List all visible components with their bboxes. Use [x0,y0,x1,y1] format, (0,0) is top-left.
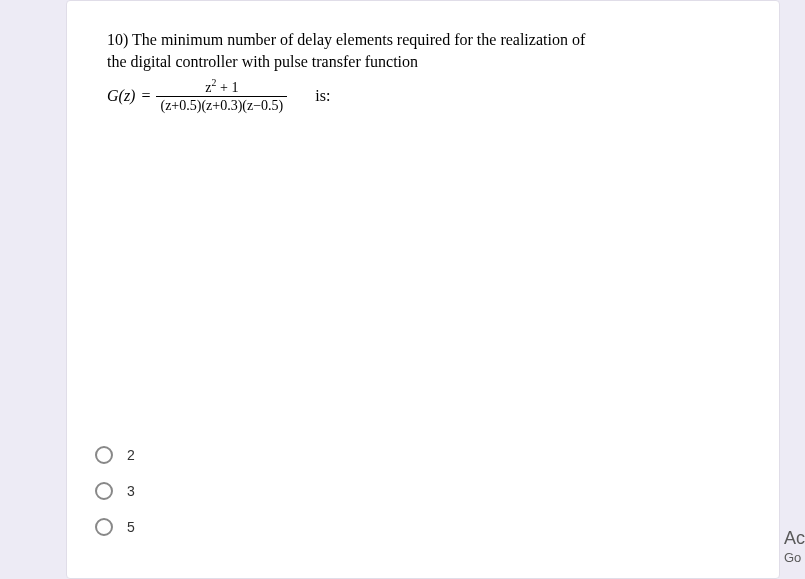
option-label-1: 2 [127,447,135,463]
gz-symbol: G(z) [107,87,135,105]
side-go: Go [784,550,805,567]
question-line2: the digital controller with pulse transf… [107,53,418,70]
is-text: is: [315,87,330,105]
question-number: 10) [107,31,128,48]
denominator: (z+0.5)(z+0.3)(z−0.5) [156,96,287,113]
options-area: 2 3 5 [95,428,135,554]
option-1[interactable]: 2 [95,446,135,464]
numerator: z2 + 1 [201,78,242,96]
option-3[interactable]: 5 [95,518,135,536]
radio-option-2[interactable] [95,482,113,500]
option-2[interactable]: 3 [95,482,135,500]
question-text: 10) The minimum number of delay elements… [107,29,739,74]
radio-option-1[interactable] [95,446,113,464]
formula-row: G(z) = z2 + 1 (z+0.5)(z+0.3)(z−0.5) is: [107,78,739,113]
equals-symbol: = [141,87,150,105]
side-ac: Ac [784,527,805,550]
option-label-2: 3 [127,483,135,499]
side-text: Ac Go [784,527,805,567]
question-line1: The minimum number of delay elements req… [132,31,585,48]
option-label-3: 5 [127,519,135,535]
question-card: 10) The minimum number of delay elements… [66,0,780,579]
radio-option-3[interactable] [95,518,113,536]
fraction: z2 + 1 (z+0.5)(z+0.3)(z−0.5) [156,78,287,113]
